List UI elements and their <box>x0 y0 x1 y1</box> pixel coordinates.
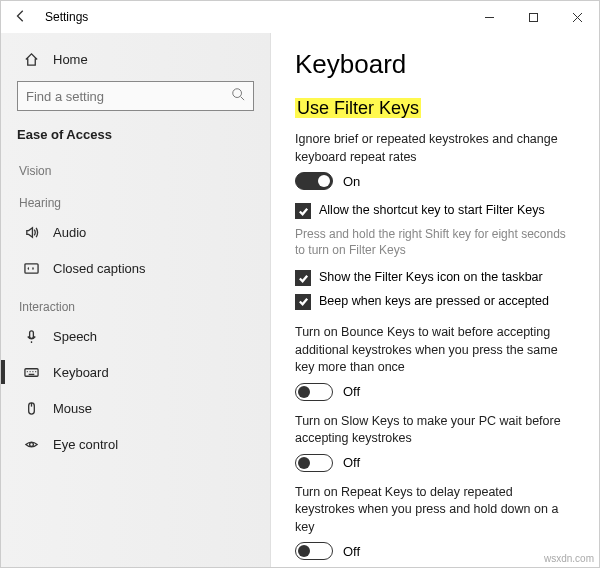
svg-rect-4 <box>24 368 37 376</box>
sidebar-item-mouse[interactable]: Mouse <box>1 390 270 426</box>
bounce-desc: Turn on Bounce Keys to wait before accep… <box>295 324 575 377</box>
slow-desc: Turn on Slow Keys to make your PC wait b… <box>295 413 575 448</box>
eye-icon <box>19 437 43 452</box>
toggle-label: Off <box>343 384 360 399</box>
repeat-desc: Turn on Repeat Keys to delay repeated ke… <box>295 484 575 537</box>
sidebar-item-label: Mouse <box>53 401 92 416</box>
svg-point-6 <box>29 442 33 446</box>
checkbox-icon <box>295 270 311 286</box>
toggle-label: Off <box>343 544 360 559</box>
sidebar-item-audio[interactable]: Audio <box>1 214 270 250</box>
sidebar-item-label: Closed captions <box>53 261 146 276</box>
mic-icon <box>19 329 43 344</box>
watermark: wsxdn.com <box>544 553 594 564</box>
sidebar-item-label: Speech <box>53 329 97 344</box>
svg-rect-3 <box>29 330 33 338</box>
filter-heading: Use Filter Keys <box>295 98 575 119</box>
toggle-label: Off <box>343 455 360 470</box>
checkbox-show-icon[interactable]: Show the Filter Keys icon on the taskbar <box>295 269 575 287</box>
checkbox-beep[interactable]: Beep when keys are pressed or accepted <box>295 293 575 311</box>
search-input[interactable] <box>26 89 231 104</box>
sidebar-section: Ease of Access <box>1 121 270 150</box>
filter-keys-toggle[interactable]: On <box>295 172 575 190</box>
titlebar: Settings <box>1 1 599 33</box>
sidebar-item-speech[interactable]: Speech <box>1 318 270 354</box>
sidebar-item-label: Audio <box>53 225 86 240</box>
home-icon <box>19 52 43 67</box>
filter-desc: Ignore brief or repeated keystrokes and … <box>295 131 575 166</box>
checkbox-shortcut[interactable]: Allow the shortcut key to start Filter K… <box>295 202 575 220</box>
shortcut-sub: Press and hold the right Shift key for e… <box>295 226 575 260</box>
mouse-icon <box>19 401 43 416</box>
group-hearing: Hearing <box>1 182 270 214</box>
sidebar-item-keyboard[interactable]: Keyboard <box>1 354 270 390</box>
audio-icon <box>19 225 43 240</box>
sidebar-item-closed-captions[interactable]: Closed captions <box>1 250 270 286</box>
window-title: Settings <box>41 10 467 24</box>
keyboard-icon <box>19 365 43 380</box>
group-interaction: Interaction <box>1 286 270 318</box>
minimize-button[interactable] <box>467 1 511 33</box>
close-button[interactable] <box>555 1 599 33</box>
checkbox-label: Beep when keys are pressed or accepted <box>319 293 549 311</box>
sidebar-item-eye-control[interactable]: Eye control <box>1 426 270 462</box>
sidebar-home-label: Home <box>53 52 88 67</box>
svg-rect-2 <box>24 263 37 272</box>
group-vision: Vision <box>1 150 270 182</box>
sidebar-item-label: Keyboard <box>53 365 109 380</box>
checkbox-icon <box>295 203 311 219</box>
checkbox-label: Allow the shortcut key to start Filter K… <box>319 202 545 220</box>
bounce-keys-toggle[interactable]: Off <box>295 383 575 401</box>
page-title: Keyboard <box>295 49 575 80</box>
checkbox-icon <box>295 294 311 310</box>
maximize-button[interactable] <box>511 1 555 33</box>
repeat-keys-toggle[interactable]: Off <box>295 542 575 560</box>
search-box[interactable] <box>17 81 254 111</box>
content-panel: Keyboard Use Filter Keys Ignore brief or… <box>271 33 599 567</box>
checkbox-label: Show the Filter Keys icon on the taskbar <box>319 269 543 287</box>
sidebar-item-label: Eye control <box>53 437 118 452</box>
search-icon <box>231 87 245 105</box>
svg-point-1 <box>233 89 242 98</box>
slow-keys-toggle[interactable]: Off <box>295 454 575 472</box>
back-button[interactable] <box>1 9 41 26</box>
cc-icon <box>19 261 43 276</box>
sidebar-home[interactable]: Home <box>1 41 270 77</box>
svg-rect-0 <box>529 13 537 21</box>
sidebar: Home Ease of Access Vision Hearing Audio… <box>1 33 271 567</box>
toggle-label: On <box>343 174 360 189</box>
